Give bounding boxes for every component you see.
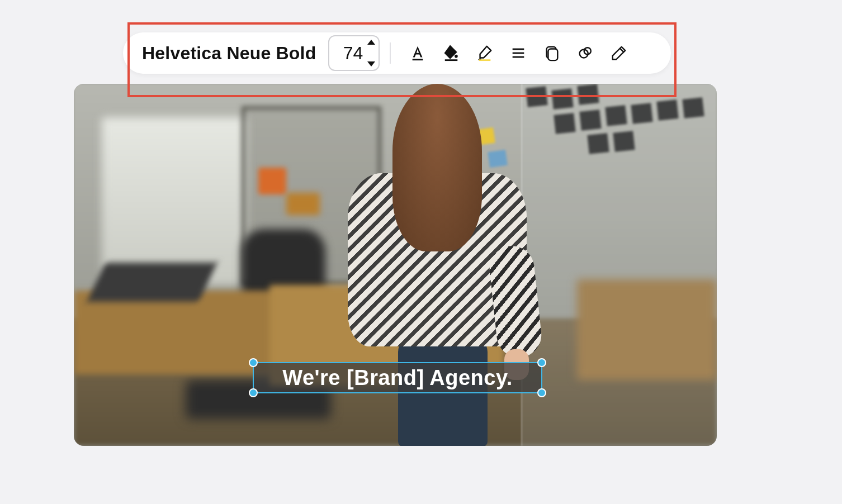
effects-button[interactable] <box>572 40 599 66</box>
copy-style-icon <box>543 45 560 61</box>
text-color-icon <box>409 45 426 61</box>
fill-color-button[interactable] <box>438 40 465 66</box>
toolbar-divider <box>390 42 391 64</box>
text-toolbar: Helvetica Neue Bold <box>123 32 671 74</box>
resize-handle-br[interactable] <box>537 388 546 397</box>
edit-icon <box>611 45 627 61</box>
font-picker[interactable]: Helvetica Neue Bold <box>142 43 316 64</box>
svg-rect-5 <box>513 53 524 54</box>
list-icon <box>510 45 527 61</box>
copy-style-button[interactable] <box>538 40 565 66</box>
bg-laptop <box>87 263 217 302</box>
highlight-button[interactable] <box>471 40 498 66</box>
svg-rect-8 <box>548 49 558 61</box>
font-size-decrease[interactable] <box>367 61 375 66</box>
svg-rect-2 <box>445 59 458 61</box>
effects-icon <box>577 45 594 61</box>
svg-rect-3 <box>479 59 491 61</box>
resize-handle-tl[interactable] <box>249 358 258 367</box>
bg-window <box>102 117 247 285</box>
font-size-input[interactable] <box>340 43 365 64</box>
highlight-icon <box>476 45 493 61</box>
svg-point-1 <box>455 55 458 58</box>
bg-shelf-item <box>258 168 286 194</box>
font-size-control[interactable] <box>328 35 380 71</box>
selected-text-object[interactable]: We're [Brand] Agency. <box>253 362 542 393</box>
svg-rect-6 <box>513 56 524 58</box>
edit-button[interactable] <box>606 40 632 66</box>
svg-rect-4 <box>513 49 524 50</box>
resize-handle-bl[interactable] <box>249 388 258 397</box>
selected-text-value[interactable]: We're [Brand] Agency. <box>282 366 513 390</box>
bg-shelf-item <box>286 193 320 215</box>
canvas[interactable]: We're [Brand] Agency. <box>74 84 717 446</box>
font-size-increase[interactable] <box>367 40 375 45</box>
fill-color-icon <box>443 45 460 61</box>
alignment-list-button[interactable] <box>505 40 532 66</box>
text-color-button[interactable] <box>404 40 431 66</box>
resize-handle-tr[interactable] <box>537 358 546 367</box>
svg-rect-0 <box>413 59 423 60</box>
